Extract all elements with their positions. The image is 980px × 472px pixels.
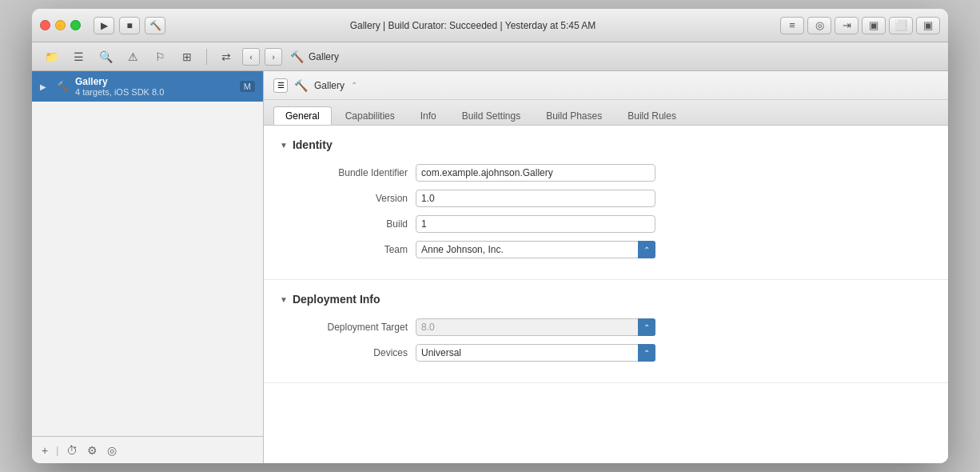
deployment-info-section: ▼ Deployment Info Deployment Target 8.0 …	[264, 280, 948, 383]
build-row: Build	[280, 215, 932, 233]
scheme-icon[interactable]: 🔨	[145, 17, 165, 34]
titlebar-right: ≡ ◎ ⇥ ▣ ⬜ ▣	[780, 17, 940, 34]
deployment-target-label: Deployment Target	[280, 322, 408, 333]
main-window: ▶ ■ 🔨 Gallery | Build Curator: Succeeded…	[32, 9, 948, 463]
toolbar-controls: ▶ ■ 🔨	[94, 17, 165, 34]
list-icon[interactable]: ☰	[67, 47, 90, 66]
sidebar-item-gallery[interactable]: ▶ 🔨 Gallery 4 targets, iOS SDK 8.0 M	[32, 71, 263, 102]
team-select-wrapper: Anne Johnson, Inc. ⌃	[416, 241, 655, 258]
identity-section: ▼ Identity Bundle Identifier Version Bui…	[264, 126, 948, 280]
toolbar-separator	[206, 49, 207, 65]
titlebar-title: Gallery | Build Curator: Succeeded | Yes…	[172, 20, 774, 31]
deployment-target-select-wrapper: 8.0 ⌃	[416, 318, 655, 336]
filter-button[interactable]: ⚙	[86, 442, 99, 458]
project-icon: 🔨	[294, 79, 308, 92]
maximize-button[interactable]	[70, 20, 81, 30]
breadcrumb-gallery: Gallery	[309, 51, 339, 62]
grid-icon[interactable]: ⊞	[176, 47, 198, 66]
play-button[interactable]: ▶	[94, 17, 114, 34]
project-name: Gallery	[314, 80, 345, 91]
sidebar-item-badge: M	[240, 81, 255, 92]
gallery-project-icon: 🔨	[54, 78, 70, 94]
build-input[interactable]	[416, 215, 655, 233]
bundle-identifier-row: Bundle Identifier	[280, 164, 932, 182]
identity-section-title: Identity	[293, 138, 333, 151]
identity-section-header: ▼ Identity	[280, 138, 932, 151]
history-button[interactable]: ⏱	[65, 442, 79, 458]
tab-bar: General Capabilities Info Build Settings…	[264, 100, 948, 126]
tab-build-rules[interactable]: Build Rules	[615, 106, 688, 125]
folder-icon[interactable]: 📁	[40, 47, 62, 66]
share-icon[interactable]: ⇥	[835, 17, 858, 34]
main-layout: ▶ 🔨 Gallery 4 targets, iOS SDK 8.0 M + |…	[32, 71, 948, 463]
team-row: Team Anne Johnson, Inc. ⌃	[280, 241, 932, 258]
form-content: ▼ Identity Bundle Identifier Version Bui…	[264, 126, 948, 463]
project-dropdown-icon[interactable]: ⌃	[351, 81, 357, 90]
tab-build-settings[interactable]: Build Settings	[450, 106, 532, 125]
tab-general[interactable]: General	[273, 106, 332, 125]
deployment-collapse-icon[interactable]: ▼	[280, 295, 288, 304]
close-button[interactable]	[40, 20, 50, 30]
tab-info[interactable]: Info	[408, 106, 448, 125]
sidebar-item-sub: 4 targets, iOS SDK 8.0	[75, 87, 235, 97]
bundle-identifier-input[interactable]	[416, 164, 655, 182]
sidebar-item-text: Gallery 4 targets, iOS SDK 8.0	[75, 76, 235, 97]
version-label: Version	[280, 193, 408, 204]
devices-label: Devices	[280, 347, 408, 358]
devices-select[interactable]: Universal iPhone iPad	[416, 344, 655, 362]
tab-build-phases[interactable]: Build Phases	[534, 106, 614, 125]
project-header: ☰ 🔨 Gallery ⌃	[264, 71, 948, 100]
bundle-identifier-label: Bundle Identifier	[280, 167, 408, 178]
align-left-icon[interactable]: ≡	[780, 17, 804, 34]
deployment-section-title: Deployment Info	[293, 293, 380, 306]
panel-right-icon[interactable]: ▣	[916, 17, 940, 34]
search-icon[interactable]: 🔍	[94, 47, 117, 66]
minimize-button[interactable]	[55, 20, 66, 30]
deployment-section-header: ▼ Deployment Info	[280, 293, 932, 306]
nav-forward-button[interactable]: ›	[265, 48, 282, 66]
deployment-target-row: Deployment Target 8.0 ⌃	[280, 318, 932, 336]
nav-back-button[interactable]: ‹	[242, 48, 260, 66]
flow-icon[interactable]: ⇄	[215, 47, 237, 66]
devices-select-wrapper: Universal iPhone iPad ⌃	[416, 344, 655, 362]
version-input[interactable]	[416, 190, 655, 207]
panel-left-icon[interactable]: ▣	[862, 17, 886, 34]
deployment-target-select[interactable]: 8.0	[416, 318, 655, 336]
flag-icon[interactable]: ⚐	[149, 47, 171, 66]
expand-button[interactable]: ◎	[106, 442, 118, 458]
identity-collapse-icon[interactable]: ▼	[280, 141, 288, 150]
stop-button[interactable]: ■	[119, 17, 140, 34]
team-select[interactable]: Anne Johnson, Inc.	[416, 241, 655, 258]
content-area: ☰ 🔨 Gallery ⌃ General Capabilities Info …	[264, 71, 948, 463]
build-label: Build	[280, 218, 408, 230]
add-target-button[interactable]: +	[40, 442, 50, 458]
team-label: Team	[280, 244, 408, 255]
traffic-lights	[40, 20, 81, 30]
sidebar: ▶ 🔨 Gallery 4 targets, iOS SDK 8.0 M + |…	[32, 71, 264, 463]
version-row: Version	[280, 190, 932, 207]
panel-bottom-icon[interactable]: ⬜	[889, 17, 913, 34]
warning-icon[interactable]: ⚠	[122, 47, 144, 66]
sidebar-content: ▶ 🔨 Gallery 4 targets, iOS SDK 8.0 M	[32, 71, 263, 436]
sidebar-arrow-icon: ▶	[40, 82, 46, 91]
devices-row: Devices Universal iPhone iPad ⌃	[280, 344, 932, 362]
titlebar: ▶ ■ 🔨 Gallery | Build Curator: Succeeded…	[32, 9, 948, 42]
breakpoint-icon[interactable]: ◎	[807, 17, 831, 34]
sidebar-bottom: + | ⏱ ⚙ ◎	[32, 436, 263, 463]
secondary-toolbar: 📁 ☰ 🔍 ⚠ ⚐ ⊞ ⇄ ‹ › 🔨 Gallery	[32, 42, 948, 71]
sidebar-item-label: Gallery	[75, 76, 235, 87]
tab-capabilities[interactable]: Capabilities	[333, 106, 407, 125]
hierarchy-toggle[interactable]: ☰	[273, 78, 288, 93]
